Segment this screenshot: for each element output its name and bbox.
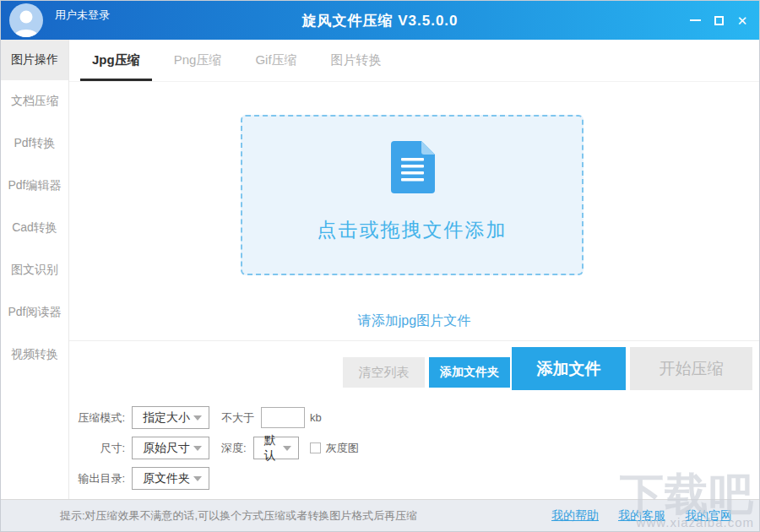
start-compress-button[interactable]: 开始压缩	[630, 347, 752, 390]
compress-mode-select[interactable]: 指定大小	[132, 406, 209, 429]
output-dir-label: 输出目录:	[69, 471, 125, 486]
chevron-down-icon	[283, 446, 291, 451]
sidebar-item-label: Pdf转换	[14, 136, 55, 151]
max-size-input[interactable]	[261, 407, 305, 428]
close-button[interactable]: ✕	[730, 8, 754, 32]
window-title: 旋风文件压缩 V3.5.0.0	[1, 11, 759, 30]
grayscale-label: 灰度图	[326, 441, 359, 456]
dropzone-text: 点击或拖拽文件添加	[242, 217, 582, 243]
add-folder-button[interactable]: 添加文件夹	[429, 357, 510, 388]
sidebar: 图片操作 文档压缩 Pdf转换 Pdf编辑器 Cad转换 图文识别 Pdf阅读器…	[1, 40, 69, 499]
sidebar-item-label: 文档压缩	[11, 94, 58, 109]
clear-list-button[interactable]: 清空列表	[343, 357, 425, 388]
size-select[interactable]: 原始尺寸	[132, 437, 209, 459]
add-files-hint: 请添加jpg图片文件	[69, 312, 759, 330]
compress-mode-value: 指定大小	[143, 410, 190, 426]
add-file-button[interactable]: 添加文件	[512, 347, 626, 390]
sidebar-item-doc-compress[interactable]: 文档压缩	[1, 80, 68, 122]
minimize-icon	[690, 19, 701, 21]
kb-unit-label: kb	[310, 411, 322, 424]
support-link[interactable]: 我的客服	[618, 508, 665, 524]
not-greater-label: 不大于	[221, 410, 254, 426]
titlebar: 用户未登录 旋风文件压缩 V3.5.0.0 ✕	[1, 1, 759, 40]
sidebar-item-image-ops[interactable]: 图片操作	[1, 40, 68, 80]
depth-select[interactable]: 默认	[253, 437, 299, 459]
sidebar-item-pdf-reader[interactable]: Pdf阅读器	[1, 291, 68, 334]
sidebar-item-label: 图片操作	[11, 52, 58, 68]
status-bar: 提示:对压缩效果不满意的话,可以换个方式压缩或者转换图片格式后再压缩 我的帮助 …	[1, 499, 759, 531]
tab-jpg-compress[interactable]: Jpg压缩	[80, 40, 152, 81]
chevron-down-icon	[193, 476, 202, 481]
size-value: 原始尺寸	[143, 441, 190, 456]
maximize-button[interactable]	[707, 8, 730, 32]
sidebar-item-pdf-editor[interactable]: Pdf编辑器	[1, 165, 68, 207]
tab-png-compress[interactable]: Png压缩	[162, 40, 234, 81]
sidebar-item-label: Pdf编辑器	[8, 178, 61, 193]
grayscale-checkbox[interactable]	[310, 442, 321, 453]
help-link[interactable]: 我的帮助	[551, 508, 599, 524]
app-window: 用户未登录 旋风文件压缩 V3.5.0.0 ✕ 图片操作 文档压缩 Pdf转换 …	[0, 0, 760, 532]
output-dir-select[interactable]: 原文件夹	[132, 467, 209, 490]
content-area: 点击或拖拽文件添加 请添加jpg图片文件 清空列表 添加文件夹 添加文件 开始压…	[69, 82, 759, 499]
chevron-down-icon	[193, 415, 202, 421]
sidebar-item-label: Pdf阅读器	[8, 305, 61, 320]
section-divider	[69, 340, 759, 341]
footer-links: 我的帮助 我的客服 我的官网	[551, 500, 732, 531]
file-icon	[242, 141, 582, 197]
close-icon: ✕	[737, 14, 748, 27]
sidebar-item-label: Cad转换	[12, 220, 57, 236]
tab-bar: Jpg压缩 Png压缩 Gif压缩 图片转换	[69, 40, 759, 82]
compress-mode-row: 压缩模式: 指定大小 不大于 kb	[69, 406, 322, 429]
depth-value: 默认	[264, 433, 280, 464]
maximize-icon	[714, 16, 724, 25]
main-panel: Jpg压缩 Png压缩 Gif压缩 图片转换	[69, 40, 759, 499]
sidebar-item-pdf-convert[interactable]: Pdf转换	[1, 122, 68, 165]
website-link[interactable]: 我的官网	[685, 508, 732, 524]
sidebar-item-label: 图文识别	[11, 263, 58, 278]
output-dir-value: 原文件夹	[143, 471, 190, 486]
compress-mode-label: 压缩模式:	[69, 410, 125, 426]
sidebar-item-ocr[interactable]: 图文识别	[1, 249, 68, 291]
sidebar-item-video-convert[interactable]: 视频转换	[1, 334, 68, 376]
sidebar-item-label: 视频转换	[11, 347, 58, 362]
file-dropzone[interactable]: 点击或拖拽文件添加	[241, 115, 584, 275]
tab-image-convert[interactable]: 图片转换	[319, 40, 394, 81]
window-controls: ✕	[683, 1, 754, 40]
output-dir-row: 输出目录: 原文件夹	[69, 467, 209, 490]
minimize-button[interactable]	[683, 8, 707, 32]
size-label: 尺寸:	[69, 441, 125, 456]
size-depth-row: 尺寸: 原始尺寸 深度: 默认 灰度图	[69, 437, 359, 459]
tip-text: 提示:对压缩效果不满意的话,可以换个方式压缩或者转换图片格式后再压缩	[60, 500, 417, 531]
chevron-down-icon	[193, 446, 202, 451]
sidebar-item-cad-convert[interactable]: Cad转换	[1, 207, 68, 249]
tab-gif-compress[interactable]: Gif压缩	[243, 40, 308, 81]
depth-label: 深度:	[221, 441, 247, 456]
